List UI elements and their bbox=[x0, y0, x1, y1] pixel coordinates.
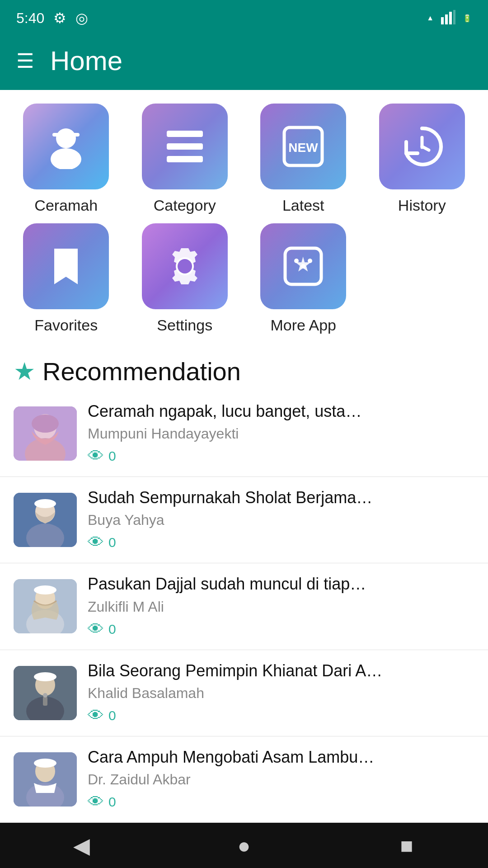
latest-icon: NEW bbox=[260, 104, 346, 189]
list-author-3: Zulkifli M Ali bbox=[88, 599, 474, 615]
svg-point-24 bbox=[32, 415, 59, 433]
views-count-4: 0 bbox=[108, 708, 116, 723]
settings-icon bbox=[142, 223, 228, 309]
nav-recents-button[interactable]: ■ bbox=[384, 823, 429, 868]
list-info-4: Bila Seorang Pemimpin Khianat Dari A… Kh… bbox=[88, 661, 474, 725]
views-count-2: 0 bbox=[108, 535, 116, 550]
svg-point-4 bbox=[56, 128, 76, 148]
menu-item-category[interactable]: Category bbox=[128, 104, 242, 214]
favorites-label: Favorites bbox=[34, 316, 98, 334]
status-bar: 5:40 ⚙ ◎ ▲ 🔋 bbox=[0, 0, 488, 36]
list-info-1: Ceramah ngapak, lucu banget, usta… Mumpu… bbox=[88, 401, 474, 466]
views-count-3: 0 bbox=[108, 622, 116, 637]
views-count-5: 0 bbox=[108, 794, 116, 810]
signal-icon bbox=[441, 10, 455, 26]
eye-icon-1: 👁 bbox=[88, 447, 104, 466]
list-title-3: Pasukan Dajjal sudah muncul di tiap… bbox=[88, 574, 474, 594]
battery-icon: 🔋 bbox=[463, 14, 472, 23]
svg-point-19 bbox=[308, 259, 312, 263]
list-views-2: 👁 0 bbox=[88, 533, 474, 552]
nav-home-button[interactable]: ● bbox=[221, 823, 267, 868]
list-views-1: 👁 0 bbox=[88, 447, 474, 466]
favorites-icon bbox=[23, 223, 109, 309]
recommendation-title: Recommendation bbox=[42, 357, 241, 386]
svg-rect-2 bbox=[449, 12, 452, 24]
list-title-1: Ceramah ngapak, lucu banget, usta… bbox=[88, 401, 474, 421]
history-icon bbox=[379, 104, 465, 189]
app-header: ☰ Home bbox=[0, 36, 488, 90]
latest-label: Latest bbox=[282, 197, 324, 214]
gear-status-icon: ⚙ bbox=[53, 9, 66, 27]
list-item[interactable]: Ceramah ngapak, lucu banget, usta… Mumpu… bbox=[0, 391, 488, 477]
menu-item-moreapp[interactable]: More App bbox=[246, 223, 361, 334]
page-title: Home bbox=[50, 45, 122, 76]
list-author-1: Mumpuni Handayayekti bbox=[88, 425, 474, 442]
menu-item-history[interactable]: History bbox=[365, 104, 479, 214]
category-label: Category bbox=[154, 197, 216, 214]
category-icon bbox=[142, 104, 228, 189]
list-title-5: Cara Ampuh Mengobati Asam Lambu… bbox=[88, 747, 474, 767]
svg-point-36 bbox=[34, 672, 56, 681]
svg-point-20 bbox=[294, 259, 299, 263]
list-views-4: 👁 0 bbox=[88, 706, 474, 725]
list-item[interactable]: Sudah Sempurnakah Sholat Berjama… Buya Y… bbox=[0, 477, 488, 563]
svg-point-38 bbox=[43, 693, 47, 698]
list-info-5: Cara Ampuh Mengobati Asam Lambu… Dr. Zai… bbox=[88, 747, 474, 811]
eye-icon-4: 👁 bbox=[88, 706, 104, 725]
svg-point-18 bbox=[301, 264, 305, 269]
circle-arrow-icon: ◎ bbox=[75, 9, 88, 27]
list-item[interactable]: Bila Seorang Pemimpin Khianat Dari A… Kh… bbox=[0, 650, 488, 736]
svg-rect-0 bbox=[441, 17, 444, 24]
list-thumb-4 bbox=[14, 666, 77, 720]
recommendation-header: ★ Recommendation bbox=[0, 348, 488, 391]
eye-icon-3: 👁 bbox=[88, 620, 104, 639]
svg-point-5 bbox=[51, 148, 81, 169]
svg-line-13 bbox=[422, 146, 429, 150]
list-author-5: Dr. Zaidul Akbar bbox=[88, 771, 474, 788]
list-views-3: 👁 0 bbox=[88, 620, 474, 639]
status-time: 5:40 bbox=[16, 10, 44, 27]
menu-item-settings[interactable]: Settings bbox=[128, 223, 242, 334]
svg-point-42 bbox=[34, 759, 56, 768]
moreapp-icon bbox=[260, 223, 346, 309]
eye-icon-2: 👁 bbox=[88, 533, 104, 552]
nav-back-button[interactable]: ◀ bbox=[59, 823, 104, 868]
menu-item-latest[interactable]: NEW Latest bbox=[246, 104, 361, 214]
list-author-2: Buya Yahya bbox=[88, 512, 474, 528]
settings-label: Settings bbox=[157, 316, 212, 334]
list-views-5: 👁 0 bbox=[88, 793, 474, 811]
svg-rect-6 bbox=[52, 133, 80, 137]
menu-item-favorites[interactable]: Favorites bbox=[9, 223, 123, 334]
svg-rect-9 bbox=[167, 156, 203, 162]
svg-point-32 bbox=[34, 585, 56, 594]
menu-row-2: Favorites Settings More App bbox=[0, 219, 488, 348]
history-label: History bbox=[398, 197, 446, 214]
list-thumb-2 bbox=[14, 493, 77, 547]
menu-item-ceramah[interactable]: Ceramah bbox=[9, 104, 123, 214]
ceramah-label: Ceramah bbox=[34, 197, 98, 214]
list-title-2: Sudah Sempurnakah Sholat Berjama… bbox=[88, 488, 474, 507]
list-thumb-1 bbox=[14, 406, 77, 461]
svg-point-28 bbox=[34, 499, 56, 508]
svg-rect-8 bbox=[167, 143, 203, 150]
list-author-4: Khalid Basalamah bbox=[88, 685, 474, 702]
svg-text:NEW: NEW bbox=[289, 141, 319, 155]
svg-rect-1 bbox=[445, 14, 448, 24]
recommendation-list: Ceramah ngapak, lucu banget, usta… Mumpu… bbox=[0, 391, 488, 823]
star-icon: ★ bbox=[14, 357, 35, 386]
svg-rect-7 bbox=[167, 131, 203, 137]
svg-rect-37 bbox=[43, 697, 47, 706]
menu-hamburger-icon[interactable]: ☰ bbox=[16, 51, 34, 71]
moreapp-label: More App bbox=[270, 316, 336, 334]
menu-row-1: Ceramah Category NEW Latest bbox=[0, 90, 488, 219]
svg-point-15 bbox=[178, 259, 192, 274]
svg-rect-3 bbox=[453, 10, 455, 24]
list-title-4: Bila Seorang Pemimpin Khianat Dari A… bbox=[88, 661, 474, 680]
status-left: 5:40 ⚙ ◎ bbox=[16, 9, 88, 27]
list-item[interactable]: Cara Ampuh Mengobati Asam Lambu… Dr. Zai… bbox=[0, 736, 488, 823]
eye-icon-5: 👁 bbox=[88, 793, 104, 811]
list-thumb-5 bbox=[14, 752, 77, 807]
list-item[interactable]: Pasukan Dajjal sudah muncul di tiap… Zul… bbox=[0, 563, 488, 650]
views-count-1: 0 bbox=[108, 448, 116, 464]
ceramah-icon bbox=[23, 104, 109, 189]
